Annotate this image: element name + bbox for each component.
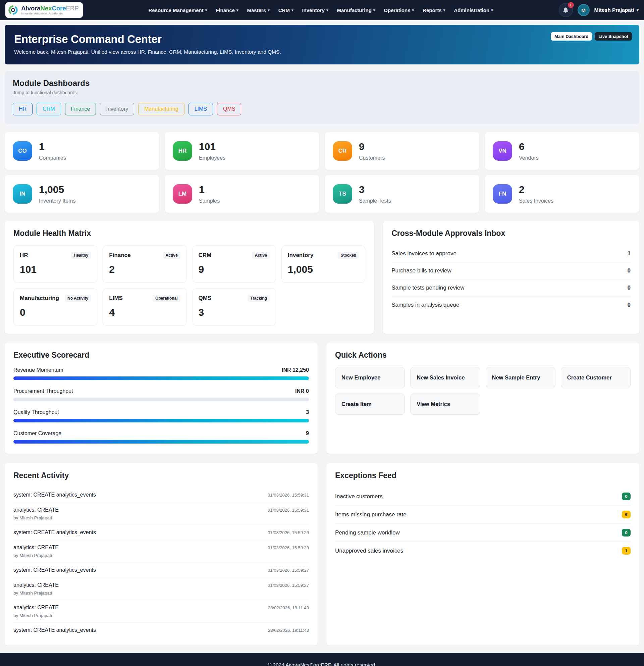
module-name: Manufacturing (20, 295, 59, 302)
menu-inventory[interactable]: Inventory▾ (302, 7, 328, 13)
module-value: 9 (199, 264, 270, 275)
exception-row-inactive-customers[interactable]: Inactive customers 0 (335, 488, 630, 506)
page: AivoraNexCoreERP Innovate. Automate. Acc… (0, 0, 644, 666)
caret-down-icon: ▾ (491, 8, 493, 13)
health-grid: HRHealthy 101 FinanceActive 2 CRMActive … (14, 245, 365, 326)
health-approvals-row: Module Health Matrix HRHealthy 101 Finan… (5, 221, 639, 334)
progress-track (14, 419, 309, 422)
menu-masters[interactable]: Masters▾ (247, 7, 269, 13)
sample-tests-icon: TS (333, 184, 352, 204)
menu-finance[interactable]: Finance▾ (216, 7, 238, 13)
stat-card-samples[interactable]: LM 1Samples (165, 175, 319, 213)
hr-dashboard-button[interactable]: HR (13, 103, 33, 116)
approval-row-samples-queue[interactable]: Samples in analysis queue 0 (391, 297, 630, 313)
module-name: Inventory (288, 252, 314, 259)
quick-actions-grid: New Employee New Sales Invoice New Sampl… (335, 367, 630, 415)
approval-row-purchase-bills[interactable]: Purchase bills to review 0 (391, 262, 630, 280)
hero-subtitle: Welcome back, Mitesh Prajapati. Unified … (14, 49, 630, 55)
stat-card-sample-tests[interactable]: TS 3Sample Tests (325, 175, 479, 213)
stat-value: 9 (359, 141, 385, 152)
metric-label: Procurement Throughput (14, 388, 73, 394)
inventory-dashboard-button[interactable]: Inventory (100, 103, 134, 116)
menu-reports[interactable]: Reports▾ (423, 7, 445, 13)
menu-manufacturing[interactable]: Manufacturing▾ (337, 7, 375, 13)
metric-label: Quality Throughput (14, 409, 59, 415)
exception-count-badge: 6 (622, 511, 630, 519)
menu-administration[interactable]: Administration▾ (454, 7, 493, 13)
status-badge: Healthy (71, 252, 91, 259)
activity-exceptions-row: Recent Activity system: CREATE analytics… (5, 463, 639, 646)
new-sales-invoice-button[interactable]: New Sales Invoice (410, 367, 480, 388)
new-sample-entry-button[interactable]: New Sample Entry (486, 367, 555, 388)
crm-dashboard-button[interactable]: CRM (37, 103, 61, 116)
stat-card-customers[interactable]: CR 9Customers (325, 132, 479, 170)
brand-logo[interactable]: AivoraNexCoreERP Innovate. Automate. Acc… (5, 2, 83, 18)
footer: © 2024 AivoraNexCoreERP. All rights rese… (0, 653, 644, 666)
qms-dashboard-button[interactable]: QMS (217, 103, 241, 116)
user-menu[interactable]: Mitesh Prajapati ▾ (594, 7, 639, 13)
brand-erp: ERP (66, 5, 78, 12)
stat-card-inventory-items[interactable]: IN 1,005Inventory Items (5, 175, 159, 213)
metric-label: Revenue Momentum (14, 367, 64, 373)
activity-text: analytics: CREATE (14, 582, 59, 588)
menu-label: Inventory (302, 7, 325, 13)
menu-operations[interactable]: Operations▾ (384, 7, 414, 13)
caret-down-icon: ▾ (412, 8, 414, 13)
stat-value: 3 (359, 184, 391, 195)
activity-author: by Mitesh Prajapati (14, 553, 309, 558)
exception-label: Unapproved sales invoices (335, 547, 403, 554)
menu-crm[interactable]: CRM▾ (279, 7, 293, 13)
stat-card-sales-invoices[interactable]: FN 2Sales Invoices (485, 175, 639, 213)
activity-item: analytics: CREATE01/03/2026, 15:59:29 by… (14, 540, 309, 563)
stat-card-employees[interactable]: HR 101Employees (165, 132, 319, 170)
exception-count-badge: 0 (622, 529, 630, 537)
recent-activity-card: Recent Activity system: CREATE analytics… (5, 463, 318, 646)
finance-dashboard-button[interactable]: Finance (65, 103, 96, 116)
approval-label: Sample tests pending review (391, 284, 464, 291)
brand-tagline: Innovate. Automate. Accelerate. (21, 12, 79, 15)
manufacturing-dashboard-button[interactable]: Manufacturing (138, 103, 184, 116)
module-name: Finance (109, 252, 130, 259)
menu-label: CRM (279, 7, 290, 13)
create-item-button[interactable]: Create Item (335, 393, 405, 415)
activity-item: system: CREATE analytics_events01/03/202… (14, 488, 309, 503)
activity-item: system: CREATE analytics_events01/03/202… (14, 525, 309, 540)
notifications-button[interactable]: 1 (559, 3, 573, 17)
sales-invoices-icon: FN (493, 184, 512, 204)
customers-icon: CR (333, 141, 352, 161)
menu-label: Masters (247, 7, 266, 13)
approval-row-sample-tests[interactable]: Sample tests pending review 0 (391, 280, 630, 297)
module-value: 3 (199, 306, 270, 318)
metric-quality-throughput: Quality Throughput3 (14, 409, 309, 422)
exception-row-unapproved-sales-invoices[interactable]: Unapproved sales invoices 1 (335, 542, 630, 560)
module-value: 101 (20, 264, 91, 275)
view-metrics-button[interactable]: View Metrics (410, 393, 480, 415)
create-customer-button[interactable]: Create Customer (561, 367, 630, 388)
progress-fill (14, 419, 309, 422)
exception-row-pending-sample-workflow[interactable]: Pending sample workflow 0 (335, 524, 630, 542)
status-badge: Active (163, 252, 180, 259)
menu-label: Reports (423, 7, 442, 13)
menu-resource-management[interactable]: Resource Management▾ (148, 7, 207, 13)
new-employee-button[interactable]: New Employee (335, 367, 405, 388)
stat-card-vendors[interactable]: VN 6Vendors (485, 132, 639, 170)
approval-label: Sales invoices to approve (391, 250, 457, 257)
lims-dashboard-button[interactable]: LIMS (189, 103, 213, 116)
activity-timestamp: 01/03/2026, 15:59:29 (268, 530, 309, 535)
status-badge: Stocked (338, 252, 359, 259)
exception-row-missing-purchase-rate[interactable]: Items missing purchase rate 6 (335, 506, 630, 524)
activity-timestamp: 01/03/2026, 15:59:27 (268, 568, 309, 573)
activity-text: analytics: CREATE (14, 604, 59, 611)
stat-value: 101 (199, 141, 226, 152)
activity-author: by Mitesh Prajapati (14, 591, 309, 596)
stat-card-companies[interactable]: CO 1Companies (5, 132, 159, 170)
approval-row-sales-invoices[interactable]: Sales invoices to approve 1 (391, 245, 630, 262)
activity-text: system: CREATE analytics_events (14, 492, 96, 498)
exception-label: Inactive customers (335, 493, 383, 500)
stat-value: 1 (39, 141, 66, 152)
metric-label: Customer Coverage (14, 431, 61, 437)
main-dashboard-badge: Main Dashboard (551, 32, 592, 40)
user-avatar[interactable]: M (577, 4, 590, 16)
hero-banner: Enterprise Command Center Welcome back, … (5, 25, 639, 65)
health-cell-manufacturing: ManufacturingNo Activity 0 (14, 288, 97, 326)
